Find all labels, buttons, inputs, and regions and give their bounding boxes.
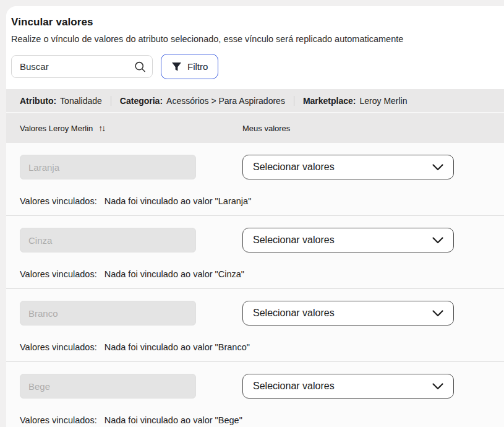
linked-values-label: Valores vinculados: [20, 342, 97, 352]
linked-values-label: Valores vinculados: [20, 415, 97, 425]
chevron-down-icon [432, 383, 443, 390]
value-row-bege: Selecionar valores Valores vinculados: N… [6, 362, 504, 427]
page-subtitle: Realize o vínculo de valores do atributo… [11, 34, 494, 44]
context-category: Categoria: Acessórios > Para Aspiradores [111, 96, 285, 106]
search-field-wrapper [11, 55, 153, 78]
linked-values-text: Nada foi vinculado ao valor "Cinza" [105, 269, 244, 279]
page-title: Vincular valores [11, 16, 494, 28]
context-marketplace-label: Marketplace: [303, 96, 356, 106]
context-attribute-value: Tonalidade [60, 96, 102, 106]
row-top: Selecionar valores [20, 155, 504, 179]
row-top: Selecionar valores [20, 228, 504, 252]
context-category-value: Acessórios > Para Aspiradores [166, 96, 285, 106]
panel-header: Vincular valores Realize o vínculo de va… [6, 6, 504, 89]
linked-values-text: Nada foi vinculado ao valor "Branco" [105, 342, 250, 352]
linked-values-label: Valores vinculados: [20, 196, 97, 206]
marketplace-value-input [20, 374, 196, 399]
chevron-down-icon [432, 310, 443, 317]
context-attribute: Atributo: Tonalidade [20, 96, 102, 106]
row-top: Selecionar valores [20, 301, 504, 326]
linked-values-line: Valores vinculados: Nada foi vinculado a… [20, 196, 504, 206]
value-row-branco: Selecionar valores Valores vinculados: N… [6, 289, 504, 362]
context-category-label: Categoria: [120, 96, 163, 106]
row-top: Selecionar valores [20, 374, 504, 399]
toolbar: Filtro [11, 54, 494, 89]
my-values-select[interactable]: Selecionar valores [242, 301, 454, 326]
table-header: Valores Leroy Merlin ↑↓ Meus valores [6, 113, 504, 143]
chevron-down-icon [432, 237, 443, 244]
my-values-select-label: Selecionar valores [253, 308, 335, 319]
my-values-select-label: Selecionar valores [253, 162, 335, 173]
linked-values-line: Valores vinculados: Nada foi vinculado a… [20, 415, 504, 425]
context-bar: Atributo: Tonalidade Categoria: Acessóri… [6, 89, 504, 113]
column-my-values-label: Meus valores [242, 124, 290, 133]
vincular-valores-panel: Vincular valores Realize o vínculo de va… [6, 6, 504, 427]
my-values-select[interactable]: Selecionar valores [242, 155, 454, 179]
sort-icon[interactable]: ↑↓ [98, 123, 105, 133]
linked-values-text: Nada foi vinculado ao valor "Bege" [105, 415, 242, 425]
value-rows: Selecionar valores Valores vinculados: N… [6, 143, 504, 427]
context-marketplace: Marketplace: Leroy Merlin [294, 96, 408, 106]
my-values-select[interactable]: Selecionar valores [242, 228, 454, 252]
chevron-down-icon [432, 164, 443, 171]
marketplace-value-input [20, 301, 196, 326]
marketplace-value-input [20, 228, 196, 252]
linked-values-text: Nada foi vinculado ao valor "Laranja" [105, 196, 252, 206]
marketplace-value-input [20, 155, 196, 179]
context-attribute-label: Atributo: [20, 96, 56, 106]
context-marketplace-value: Leroy Merlin [359, 96, 407, 106]
value-row-cinza: Selecionar valores Valores vinculados: N… [6, 216, 504, 289]
linked-values-line: Valores vinculados: Nada foi vinculado a… [20, 269, 504, 279]
search-input[interactable] [11, 55, 153, 78]
my-values-select-label: Selecionar valores [253, 381, 335, 392]
filter-button-label: Filtro [187, 61, 208, 72]
column-marketplace-values-label: Valores Leroy Merlin [20, 124, 93, 133]
filter-button[interactable]: Filtro [161, 54, 218, 79]
linked-values-line: Valores vinculados: Nada foi vinculado a… [20, 342, 504, 352]
filter-icon [171, 62, 182, 72]
value-row-laranja: Selecionar valores Valores vinculados: N… [6, 143, 504, 216]
column-my-values: Meus valores [242, 124, 504, 133]
my-values-select-label: Selecionar valores [253, 235, 335, 246]
column-marketplace-values: Valores Leroy Merlin ↑↓ [20, 123, 242, 133]
search-icon[interactable] [134, 61, 146, 72]
linked-values-label: Valores vinculados: [20, 269, 97, 279]
my-values-select[interactable]: Selecionar valores [242, 374, 454, 399]
